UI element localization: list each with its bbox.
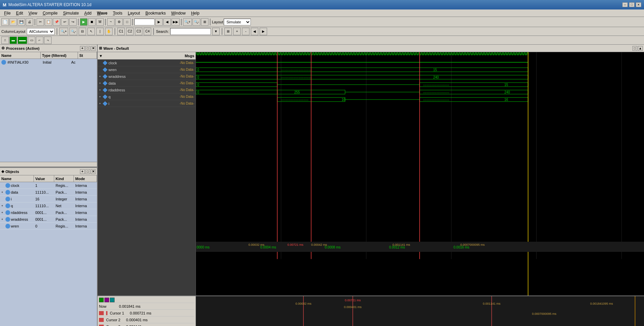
objects-button[interactable]: □	[123, 18, 131, 26]
obj-expand-wraddress[interactable]: +	[1, 218, 5, 221]
zoom-in-button[interactable]: 🔍+	[183, 18, 192, 26]
signal-row-wren[interactable]: wren -No Data-	[98, 66, 196, 73]
time-input[interactable]: 100 ps	[134, 19, 155, 25]
menu-simulate[interactable]: Simulate	[60, 10, 82, 16]
processes-expand-btn[interactable]: □	[85, 46, 90, 51]
obj-row-i[interactable]: i 16 Integer Interna	[0, 196, 97, 202]
zoom-prev-btn[interactable]: ◀	[251, 28, 258, 35]
menu-tools[interactable]: Tools	[110, 10, 125, 16]
redo-button[interactable]: ↪	[69, 18, 77, 26]
zoom-out2-btn[interactable]: -	[242, 28, 249, 35]
wave-zoom-fit-btn[interactable]: ⊟	[79, 28, 86, 35]
wave-cursor4-btn[interactable]: C4	[144, 28, 151, 35]
menu-add[interactable]: Add	[82, 10, 94, 16]
logic6-btn[interactable]: ¬	[44, 37, 52, 44]
obj-row-wren[interactable]: wren 0 Regis... Interna	[0, 223, 97, 230]
layout-select[interactable]: Simulate	[224, 19, 251, 25]
objects-add-btn[interactable]: +	[80, 169, 85, 174]
menu-view[interactable]: View	[26, 10, 40, 16]
time-run-button[interactable]: ▶	[155, 18, 163, 26]
print-button[interactable]: 🖨	[26, 18, 33, 26]
obj-expand-q[interactable]: +	[1, 204, 5, 208]
processes-scrollbar[interactable]	[0, 162, 97, 167]
obj-expand-rdaddress[interactable]: +	[1, 211, 5, 214]
signal-row-clock[interactable]: clock -No Data-	[98, 60, 196, 66]
sig-expand-q[interactable]: +	[98, 95, 102, 99]
undo-button[interactable]: ↩	[61, 18, 68, 26]
logic4-btn[interactable]: ▭	[28, 37, 35, 44]
obj-row-wraddress[interactable]: + wraddress 0001... Pack... Interna	[0, 216, 97, 223]
logic-btn[interactable]: ⎍	[1, 37, 9, 44]
open-button[interactable]: 📂	[9, 18, 17, 26]
copy-button[interactable]: 📋	[45, 18, 52, 26]
process-button[interactable]: ⚙	[115, 18, 123, 26]
zoom-in2-btn[interactable]: +	[233, 28, 241, 35]
new-button[interactable]: 📄	[1, 18, 9, 26]
cut-button[interactable]: ✂	[37, 18, 44, 26]
zoom-next-btn[interactable]: ▶	[260, 28, 267, 35]
zoom-fit2-btn[interactable]: ⊞	[224, 28, 232, 35]
sim-run-button[interactable]: ▶	[80, 18, 87, 26]
time-back-button[interactable]: ◀	[163, 18, 171, 26]
signal-row-rdaddress[interactable]: + rdaddress -No Data-	[98, 87, 196, 93]
logic5-btn[interactable]: ⌐	[36, 37, 43, 44]
menu-help[interactable]: Help	[188, 10, 202, 16]
obj-row-q[interactable]: + q 11110... Net Interna	[0, 202, 97, 209]
menu-wave[interactable]: Wave	[94, 10, 110, 16]
wave-zoom-in-btn[interactable]: 🔍+	[59, 28, 68, 35]
time-fwd-button[interactable]: ▶▶	[172, 18, 180, 26]
wave-select-btn[interactable]: ↖	[87, 28, 95, 35]
close-button[interactable]: ✕	[636, 2, 641, 7]
wave-zoom-out-btn[interactable]: 🔍-	[69, 28, 77, 35]
logic3-btn[interactable]: ▬▬	[18, 37, 27, 44]
sim-step-button[interactable]: M	[96, 18, 104, 26]
column-layout-select[interactable]: AllColumns	[27, 28, 55, 35]
search-input[interactable]	[170, 28, 211, 35]
sig-expand-wraddress[interactable]: +	[98, 75, 102, 78]
process-row[interactable]: #INITIAL#30 Initial Ac	[0, 59, 97, 66]
wave-move-btn[interactable]: ✋	[105, 28, 113, 35]
cursor-icon-3	[110, 298, 115, 302]
sim-stop-button[interactable]: ⏹	[88, 18, 96, 26]
wave-cursor1-btn[interactable]: C1	[117, 28, 125, 35]
obj-expand-data[interactable]: +	[1, 191, 5, 194]
wave-add-marker-btn[interactable]: |	[96, 28, 104, 35]
objects-expand-btn[interactable]: □	[85, 169, 90, 174]
obj-row-data[interactable]: + data 11110... Pack... Interna	[0, 189, 97, 196]
sig-expand-rdaddress[interactable]: +	[98, 88, 102, 92]
maximize-button[interactable]: □	[629, 2, 635, 7]
menu-bookmarks[interactable]: Bookmarks	[143, 10, 168, 16]
obj-row-clock[interactable]: clock 1 Regis... Interna	[0, 182, 97, 189]
minimize-button[interactable]: ─	[622, 2, 628, 7]
wave-panel-max-btn[interactable]: ▲	[638, 46, 643, 51]
processes-close-btn[interactable]: ✕	[91, 46, 96, 51]
obj-row-rdaddress[interactable]: + rdaddress 0001... Pack... Interna	[0, 209, 97, 216]
menu-edit[interactable]: Edit	[13, 10, 26, 16]
wave-panel-expand-btn[interactable]: □	[632, 46, 637, 51]
sig-expand-i[interactable]: +	[98, 102, 102, 105]
wave-cursor3-btn[interactable]: C3	[135, 28, 142, 35]
zoom-out-button[interactable]: 🔍-	[193, 18, 200, 26]
zoom-fit-button[interactable]: ⊞	[201, 18, 208, 26]
save-button[interactable]: 💾	[18, 18, 25, 26]
waveform-area[interactable]: 0 ○○○○○○○○○○○○○○○○○○○ 15 0 ○○○○○○○○○○○○○…	[196, 52, 644, 296]
objects-close-btn[interactable]: ✕	[91, 169, 96, 174]
menu-file[interactable]: File	[1, 10, 13, 16]
signal-row-wraddress[interactable]: + wraddress -No Data-	[98, 73, 196, 80]
signal-type-toolbar: ⎍ ▬ ▬▬ ▭ ⌐ ¬	[0, 36, 644, 45]
menu-window[interactable]: Window	[168, 10, 188, 16]
wave-cursor2-btn[interactable]: C2	[126, 28, 134, 35]
wave-button[interactable]: ~	[107, 18, 115, 26]
menu-compile[interactable]: Compile	[40, 10, 60, 16]
cursor2-row: Cursor 2 0.000401 ms	[99, 317, 194, 323]
paste-button[interactable]: 📌	[53, 18, 60, 26]
signal-row-i[interactable]: + i -No Data-	[98, 100, 196, 107]
sig-expand-data[interactable]: +	[98, 82, 102, 85]
signal-row-data[interactable]: + data -No Data-	[98, 80, 196, 87]
menu-layout[interactable]: Layout	[125, 10, 143, 16]
signal-row-q[interactable]: + q -No Data-	[98, 93, 196, 100]
cursor1-line-icon	[106, 311, 107, 315]
logic2-btn[interactable]: ▬	[9, 37, 17, 44]
search-dropdown-btn[interactable]: ▼	[212, 28, 220, 35]
processes-add-btn[interactable]: +	[80, 46, 85, 51]
